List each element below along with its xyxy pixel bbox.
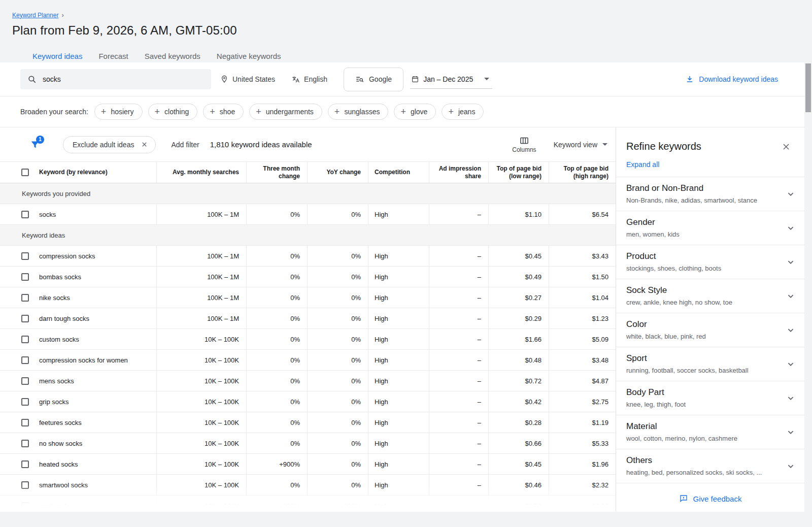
row-checkbox[interactable] (21, 252, 29, 260)
keyword-cell: compression socks (0, 246, 156, 266)
col-header-three-month-change[interactable]: Three month change (246, 162, 307, 183)
keyword-search-box[interactable] (20, 69, 211, 89)
broaden-keyword-chip[interactable]: +shoe (203, 104, 244, 120)
download-keyword-ideas-button[interactable]: Download keyword ideas (685, 75, 778, 84)
chevron-down-icon[interactable] (785, 324, 796, 336)
row-checkbox[interactable] (21, 377, 29, 385)
refine-section[interactable]: Sock Style crew, ankle, knee high, no sh… (616, 279, 804, 313)
col-header-top-of-page-bid-high[interactable]: Top of page bid (high range) (549, 162, 616, 183)
col-header-top-of-page-bid-low[interactable]: Top of page bid (low range) (488, 162, 549, 183)
broaden-keyword-chip[interactable]: +clothing (148, 104, 198, 120)
table-row[interactable]: no show socks 10K – 100K 0% 0% High – $0… (0, 433, 616, 454)
table-row[interactable]: feetures socks 10K – 100K 0% 0% High – $… (0, 412, 616, 433)
chevron-down-icon[interactable] (785, 358, 796, 370)
table-row[interactable]: grip socks 10K – 100K 0% 0% High – $0.42… (0, 391, 616, 412)
three-month-change-cell: 0% (246, 287, 307, 308)
table-row[interactable]: custom socks 10K – 100K 0% 0% High – $1.… (0, 329, 616, 350)
table-row[interactable]: nike socks 100K – 1M 0% 0% High – $0.27 … (0, 287, 616, 308)
active-filter-chip[interactable]: Exclude adult ideas (63, 136, 156, 153)
ad-impression-share-cell: – (429, 308, 488, 328)
table-row[interactable]: compression socks 100K – 1M 0% 0% High –… (0, 246, 616, 267)
refine-section[interactable]: Material wool, cotton, merino, nylon, ca… (616, 415, 804, 449)
three-month-change-cell: 0% (246, 308, 307, 328)
row-checkbox[interactable] (21, 273, 29, 281)
chevron-down-icon[interactable] (785, 290, 796, 302)
ad-impression-share-cell: – (429, 454, 488, 474)
table-row[interactable]: heated socks 10K – 100K +900% 0% High – … (0, 454, 616, 475)
col-header-ad-impression-share[interactable]: Ad impression share (429, 162, 488, 183)
give-feedback-button[interactable]: Give feedback (616, 486, 804, 511)
row-checkbox[interactable] (21, 211, 29, 218)
chevron-down-icon[interactable] (785, 188, 796, 200)
col-header-yoy-change[interactable]: YoY change (307, 162, 368, 183)
row-checkbox[interactable] (21, 419, 29, 426)
keyword-cell: smartwool socks (0, 475, 156, 495)
yoy-change-cell: 0% (307, 433, 368, 453)
table-row[interactable]: bombas socks 100K – 1M 0% 0% High – $0.4… (0, 267, 616, 287)
bid-high-cell: $1.19 (549, 412, 616, 433)
breadcrumb-link[interactable]: Keyword Planner (12, 12, 58, 19)
bid-high-cell: $1.23 (549, 308, 616, 328)
row-checkbox[interactable] (21, 315, 29, 322)
columns-button[interactable]: Columns (512, 136, 536, 153)
refine-panel-close-button[interactable] (781, 142, 791, 152)
yoy-change-cell: 0% (307, 308, 368, 328)
refine-section[interactable]: Gender men, women, kids (616, 211, 804, 245)
col-header-competition[interactable]: Competition (368, 162, 429, 183)
refine-section-examples: crew, ankle, knee high, no show, toe (626, 299, 785, 306)
chevron-down-icon[interactable] (785, 256, 796, 268)
chevron-down-icon[interactable] (785, 460, 796, 472)
bid-high-cell: $6.54 (549, 204, 616, 224)
row-checkbox[interactable] (21, 398, 29, 406)
avg-monthly-searches-cell: 10K – 100K (156, 454, 246, 474)
chevron-down-icon[interactable] (785, 222, 796, 234)
select-all-checkbox[interactable] (21, 169, 29, 176)
row-checkbox[interactable] (21, 294, 29, 302)
row-checkbox[interactable] (21, 460, 29, 468)
table-row[interactable]: wool socks 10K – 100K +900% +900% High –… (0, 496, 616, 512)
broaden-search-label: Broaden your search: (20, 108, 88, 116)
scrollbar-thumb[interactable] (805, 63, 811, 112)
table-row[interactable]: compression socks for women 10K – 100K 0… (0, 350, 616, 371)
refine-section[interactable]: Color white, black, blue, pink, red (616, 313, 804, 347)
refine-section[interactable]: Sport running, football, soccer socks, b… (616, 347, 804, 381)
col-header-keyword[interactable]: Keyword (by relevance) (0, 162, 156, 183)
row-checkbox[interactable] (21, 481, 29, 489)
chevron-down-icon[interactable] (785, 426, 796, 438)
row-checkbox[interactable] (21, 336, 29, 343)
chevron-down-icon[interactable] (785, 392, 796, 404)
broaden-keyword-chip[interactable]: +jeans (442, 104, 484, 120)
filter-button[interactable]: 1 (29, 139, 41, 150)
plus-icon: + (400, 108, 406, 115)
search-input[interactable] (43, 75, 195, 83)
table-row[interactable]: smartwool socks 10K – 100K 0% 0% High – … (0, 475, 616, 496)
broaden-keyword-chip[interactable]: +hosiery (94, 104, 143, 120)
keyword-view-dropdown[interactable]: Keyword view (554, 141, 607, 149)
col-header-avg-monthly-searches[interactable]: Avg. monthly searches (156, 162, 246, 183)
refine-section[interactable]: Product stockings, shoes, clothing, boot… (616, 245, 804, 279)
add-filter-button[interactable]: Add filter (171, 141, 199, 149)
network-selector[interactable]: Google (344, 68, 403, 91)
broaden-keyword-chip[interactable]: +undergarments (249, 104, 322, 120)
broaden-keyword-chip[interactable]: +sunglasses (328, 104, 389, 120)
row-checkbox[interactable] (21, 502, 29, 510)
language-setting[interactable]: English (291, 75, 327, 84)
table-row[interactable]: mens socks 10K – 100K 0% 0% High – $0.72… (0, 371, 616, 391)
refine-section[interactable]: Others heating, bed, personalized socks,… (616, 449, 804, 483)
table-row[interactable]: darn tough socks 100K – 1M 0% 0% High – … (0, 308, 616, 329)
section-keywords-you-provided: Keywords you provided (0, 183, 616, 204)
ad-impression-share-cell: – (429, 475, 488, 495)
ad-impression-share-cell: – (429, 371, 488, 391)
feedback-icon (679, 494, 688, 503)
expand-all-link[interactable]: Expand all (616, 154, 804, 177)
vertical-scrollbar[interactable] (805, 62, 811, 527)
broaden-keyword-chip[interactable]: +glove (394, 104, 436, 120)
close-icon[interactable] (141, 141, 148, 148)
table-row[interactable]: socks 100K – 1M 0% 0% High – $1.10 $6.54 (0, 204, 616, 225)
location-setting[interactable]: United States (220, 75, 275, 83)
row-checkbox[interactable] (21, 440, 29, 447)
refine-section[interactable]: Body Part knee, leg, thigh, foot (616, 381, 804, 415)
refine-section[interactable]: Brand or Non-Brand Non-Brands, nike, adi… (616, 177, 804, 211)
row-checkbox[interactable] (21, 356, 29, 364)
date-range-selector[interactable]: Jan – Dec 2025 (410, 70, 492, 89)
